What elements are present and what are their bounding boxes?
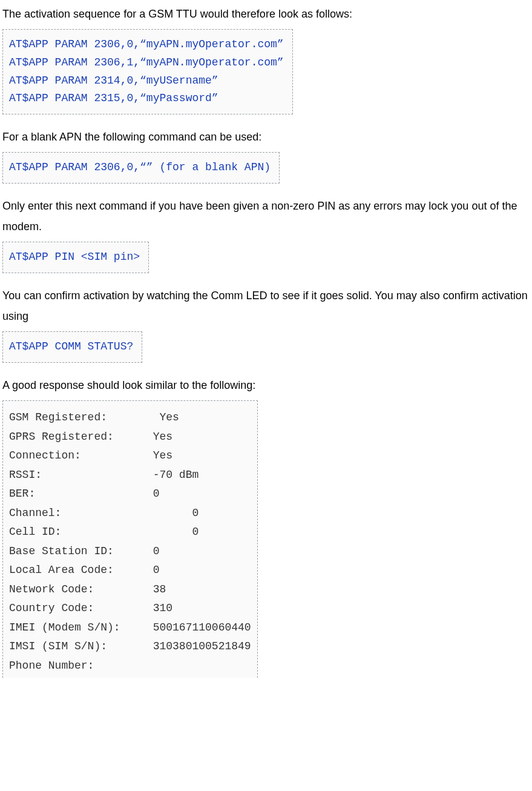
paragraph-pin-warning: Only enter this next command if you have… (2, 196, 530, 237)
status-line-country-code: Country Code: 310 (9, 599, 251, 618)
code-block-sim-pin: AT$APP PIN <SIM pin> (2, 242, 149, 273)
status-line-gprs-registered: GPRS Registered: Yes (9, 428, 251, 447)
status-line-channel: Channel: 0 (9, 504, 251, 523)
code-block-activation-sequence: AT$APP PARAM 2306,0,“myAPN.myOperator.co… (2, 29, 293, 114)
status-line-imei: IMEI (Modem S/N): 500167110060440 (9, 618, 251, 638)
status-line-ber: BER: 0 (9, 485, 251, 504)
status-line-network-code: Network Code: 38 (9, 580, 251, 600)
code-line: AT$APP COMM STATUS? (9, 338, 133, 356)
status-line-imsi: IMSI (SIM S/N): 310380100521849 (9, 637, 251, 657)
paragraph-activation-sequence: The activation sequence for a GSM TTU wo… (2, 4, 530, 24)
status-line-rssi: RSSI: -70 dBm (9, 466, 251, 485)
code-line: AT$APP PARAM 2306,1,“myAPN.myOperator.co… (9, 54, 284, 72)
code-line: AT$APP PARAM 2315,0,“myPassword” (9, 90, 284, 108)
status-line-local-area-code: Local Area Code: 0 (9, 561, 251, 580)
paragraph-good-response: A good response should look similar to t… (2, 375, 530, 396)
code-line: AT$APP PARAM 2306,0,“” (for a blank APN) (9, 159, 271, 177)
code-line: AT$APP PIN <SIM pin> (9, 248, 140, 266)
code-line: AT$APP PARAM 2314,0,“myUSername” (9, 72, 284, 90)
code-block-blank-apn: AT$APP PARAM 2306,0,“” (for a blank APN) (2, 152, 280, 184)
status-line-base-station-id: Base Station ID: 0 (9, 542, 251, 561)
status-line-phone-number: Phone Number: (9, 657, 251, 676)
status-output-block: GSM Registered: Yes GPRS Registered: Yes… (2, 400, 258, 678)
code-line: AT$APP PARAM 2306,0,“myAPN.myOperator.co… (9, 36, 284, 54)
paragraph-blank-apn: For a blank APN the following command ca… (2, 127, 530, 147)
paragraph-confirm-activation: You can confirm activation by watching t… (2, 285, 530, 326)
status-line-gsm-registered: GSM Registered: Yes (9, 408, 251, 428)
code-block-comm-status: AT$APP COMM STATUS? (2, 331, 142, 363)
status-line-connection: Connection: Yes (9, 446, 251, 466)
status-line-cell-id: Cell ID: 0 (9, 523, 251, 542)
